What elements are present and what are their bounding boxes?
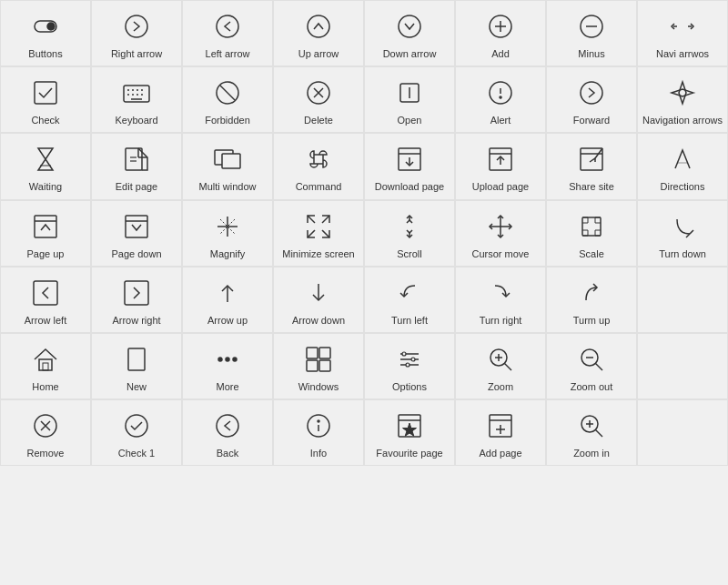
icon-label-buttons: Buttons (28, 48, 62, 60)
icon-grid: ButtonsRight arrowLeft arrowUp arrowDown… (0, 0, 728, 466)
svg-point-99 (217, 415, 238, 437)
icon-label-remove: Remove (27, 448, 65, 459)
icon-label-minimize-screen: Minimize screen (282, 248, 354, 260)
down-arrow-icon (395, 8, 424, 45)
icon-label-navi-arrows: Navi arrwos (656, 48, 709, 60)
svg-line-93 (595, 363, 602, 370)
icon-label-left-arrow: Left arrow (206, 48, 250, 60)
icon-cell-add-page: Add page (455, 399, 546, 466)
icon-label-add-page: Add page (479, 448, 521, 459)
icon-cell-empty (637, 267, 728, 333)
icon-cell-turn-right: Turn right (455, 267, 546, 333)
icon-cell-zoom: Zoom (455, 333, 546, 399)
icon-cell-multi-window: Multi window (182, 133, 273, 199)
icon-label-check1: Check 1 (118, 448, 155, 459)
icon-cell-page-up: Page up (0, 200, 91, 267)
icon-label-command: Command (296, 181, 342, 193)
icon-cell-home: Home (0, 333, 91, 399)
icon-cell-arrow-right: Arrow right (91, 267, 182, 333)
zoom-in-icon (577, 408, 606, 444)
icon-label-arrow-up: Arrow up (207, 315, 248, 327)
icon-cell-navigation-arrows: Navigation arrows (637, 66, 728, 133)
svg-marker-105 (403, 423, 417, 436)
icon-label-windows: Windows (298, 381, 339, 393)
icon-cell-minimize-screen: Minimize screen (273, 200, 364, 267)
icon-cell-check: Check (0, 66, 91, 133)
empty-icon (668, 287, 697, 323)
icon-cell-arrow-left: Arrow left (0, 267, 91, 333)
icon-label-arrow-left: Arrow left (25, 315, 66, 327)
svg-line-64 (308, 230, 315, 237)
icon-label-down-arrow: Down arrow (383, 48, 437, 60)
arrow-left-icon (31, 275, 60, 311)
icon-cell-zoom-out: Zoom out (546, 333, 637, 399)
icon-cell-left-arrow: Left arrow (182, 0, 273, 66)
icon-cell-windows: Windows (273, 333, 364, 399)
icon-label-arrow-down: Arrow down (292, 315, 345, 327)
svg-rect-80 (307, 360, 318, 371)
svg-point-75 (218, 358, 222, 361)
icon-cell-keyboard: Keyboard (91, 66, 182, 133)
icon-label-page-up: Page up (27, 248, 65, 260)
icon-label-forbidden: Forbidden (205, 115, 250, 126)
icon-cell-forward: Forward (546, 66, 637, 133)
svg-point-86 (411, 358, 415, 361)
icon-cell-alert: Alert (455, 66, 546, 133)
svg-rect-49 (581, 148, 602, 170)
icon-cell-download-page: Download page (364, 133, 455, 199)
icon-cell-cursor-move: Cursor move (455, 200, 546, 267)
icon-label-turn-left: Turn left (391, 315, 428, 327)
scroll-icon (395, 208, 424, 245)
icon-label-scroll: Scroll (397, 248, 422, 260)
alert-icon (486, 75, 515, 111)
svg-marker-33 (679, 82, 686, 104)
icon-label-delete: Delete (304, 115, 333, 126)
forbidden-icon (213, 75, 242, 111)
zoom-icon (486, 341, 515, 378)
minimize-screen-icon (304, 208, 333, 245)
empty-icon (668, 419, 697, 456)
icon-cell-forbidden: Forbidden (182, 66, 273, 133)
icon-cell-favourite-page: Favourite page (364, 399, 455, 466)
command-icon (304, 141, 333, 177)
icon-label-directions: Directions (661, 181, 705, 193)
icon-cell-down-arrow: Down arrow (364, 0, 455, 66)
magnify-icon (213, 208, 242, 245)
svg-point-87 (406, 363, 410, 367)
svg-rect-81 (319, 360, 330, 371)
remove-icon (31, 408, 60, 444)
more-icon (213, 341, 242, 378)
add-icon (486, 8, 515, 45)
icon-cell-share-site: Share site (546, 133, 637, 199)
icon-label-add: Add (491, 48, 510, 60)
icon-label-home: Home (32, 381, 58, 393)
icon-label-magnify: Magnify (210, 248, 246, 260)
cursor-move-icon (486, 208, 515, 245)
svg-line-62 (322, 216, 329, 223)
turn-right-icon (486, 275, 515, 311)
icon-label-zoom-out: Zoom out (571, 381, 612, 393)
info-icon (304, 408, 333, 444)
check-icon (31, 75, 60, 111)
icon-cell-more: More (182, 333, 273, 399)
icon-cell-scroll: Scroll (364, 200, 455, 267)
svg-rect-73 (43, 363, 48, 370)
home-icon (31, 341, 60, 378)
svg-line-23 (220, 86, 235, 100)
keyboard-icon (122, 75, 151, 111)
svg-rect-11 (35, 82, 56, 104)
icon-cell-page-down: Page down (91, 200, 182, 267)
icon-cell-options: Options (364, 333, 455, 399)
icon-cell-edit-page: Edit page (91, 133, 182, 199)
svg-line-89 (504, 363, 511, 370)
multi-window-icon (213, 141, 242, 177)
turn-left-icon (395, 275, 424, 311)
icon-label-new: New (126, 381, 147, 393)
turn-down-icon (668, 208, 697, 245)
icon-label-up-arrow: Up arrow (298, 48, 339, 60)
icon-label-download-page: Download page (375, 181, 444, 193)
icon-label-zoom-in: Zoom in (573, 448, 610, 459)
turn-up-icon (577, 275, 606, 311)
icon-label-share-site: Share site (569, 181, 614, 193)
icon-cell-command: Command (273, 133, 364, 199)
